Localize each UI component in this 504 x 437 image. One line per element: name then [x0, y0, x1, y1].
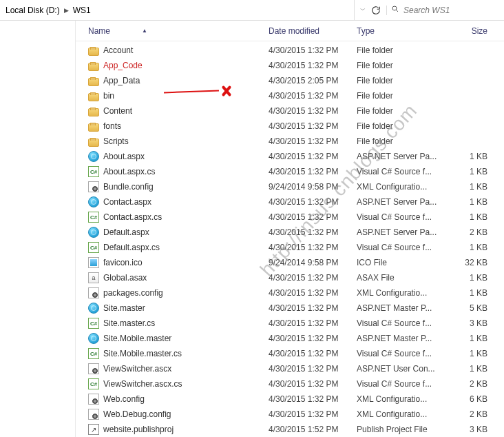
file-row[interactable]: Global.asax4/30/2015 1:32 PMASAX File1 K…: [76, 270, 504, 285]
cell-name: Default.aspx: [88, 227, 269, 238]
file-row[interactable]: favicon.ico9/24/2014 9:58 PMICO File32 K…: [76, 255, 504, 270]
file-row[interactable]: Contact.aspx.cs4/30/2015 1:32 PMVisual C…: [76, 210, 504, 225]
file-row[interactable]: ViewSwitcher.ascx4/30/2015 1:32 PMASP.NE…: [76, 361, 504, 376]
file-name: website.publishproj: [103, 425, 174, 434]
chevron-right-icon: ▶: [61, 7, 72, 14]
cell-type: ASP.NET Master P...: [357, 334, 439, 343]
cell-date: 4/30/2015 1:32 PM: [269, 303, 357, 313]
file-name: fonts: [103, 121, 121, 131]
cell-type: ASAX File: [357, 273, 439, 283]
file-list-pane: Name ▲ Date modified Type Size Account4/…: [76, 21, 504, 437]
main-area: Name ▲ Date modified Type Size Account4/…: [0, 21, 504, 437]
file-row[interactable]: Web.Debug.config4/30/2015 1:32 PMXML Con…: [76, 407, 504, 422]
aspx-globe-icon: [88, 196, 99, 207]
search-box[interactable]: [387, 5, 504, 15]
cell-type: Visual C# Source f...: [357, 318, 439, 328]
cell-date: 4/30/2015 1:52 PM: [269, 425, 357, 434]
cell-date: 4/30/2015 1:32 PM: [269, 167, 357, 176]
column-header-name[interactable]: Name ▲: [88, 26, 269, 36]
cell-name: Web.config: [88, 394, 269, 405]
column-header-date[interactable]: Date modified: [269, 26, 357, 36]
cell-type: Visual C# Source f...: [357, 243, 439, 252]
breadcrumb[interactable]: Local Disk (D:) ▶ WS1: [0, 0, 355, 20]
cell-type: File folder: [357, 76, 439, 85]
publish-icon: [88, 424, 99, 435]
image-ico-icon: [88, 257, 99, 268]
aspx-globe-icon: [88, 303, 99, 314]
cell-size: 1 KB: [439, 243, 501, 252]
folder-icon: [88, 78, 99, 86]
config-gear-icon: [88, 287, 99, 298]
refresh-button[interactable]: [371, 6, 381, 15]
cell-name: Bundle.config: [88, 181, 269, 192]
file-name: ViewSwitcher.ascx: [103, 364, 171, 374]
file-row[interactable]: About.aspx.cs4/30/2015 1:32 PMVisual C# …: [76, 164, 504, 179]
breadcrumb-root[interactable]: Local Disk (D:): [4, 6, 61, 15]
file-row[interactable]: Content4/30/2015 1:32 PMFile folder: [76, 103, 504, 119]
cell-size: 1 KB: [439, 152, 501, 161]
folder-icon: [88, 123, 99, 132]
file-row[interactable]: About.aspx4/30/2015 1:32 PMASP.NET Serve…: [76, 149, 504, 164]
cell-type: XML Configuratio...: [357, 394, 439, 404]
file-name: ViewSwitcher.ascx.cs: [103, 379, 182, 389]
file-row[interactable]: Site.Mobile.master4/30/2015 1:32 PMASP.N…: [76, 331, 504, 346]
file-row[interactable]: Site.master4/30/2015 1:32 PMASP.NET Mast…: [76, 301, 504, 316]
cell-size: 1 KB: [439, 197, 501, 207]
file-row[interactable]: Bundle.config9/24/2014 9:58 PMXML Config…: [76, 179, 504, 194]
address-bar: Local Disk (D:) ▶ WS1 ﹀: [0, 0, 504, 21]
file-row[interactable]: Site.master.cs4/30/2015 1:32 PMVisual C#…: [76, 316, 504, 331]
file-row[interactable]: packages.config4/30/2015 1:32 PMXML Conf…: [76, 285, 504, 301]
file-row[interactable]: fonts4/30/2015 1:32 PMFile folder: [76, 119, 504, 134]
cell-date: 4/30/2015 1:32 PM: [269, 197, 357, 207]
file-row[interactable]: App_Data4/30/2015 2:05 PMFile folder: [76, 73, 504, 88]
cell-type: XML Configuratio...: [357, 182, 439, 192]
cell-type: File folder: [357, 61, 439, 70]
file-row[interactable]: Web.config4/30/2015 1:32 PMXML Configura…: [76, 392, 504, 407]
cell-date: 9/24/2014 9:58 PM: [269, 258, 357, 267]
file-row[interactable]: Scripts4/30/2015 1:32 PMFile folder: [76, 134, 504, 149]
cell-date: 4/30/2015 1:32 PM: [269, 288, 357, 298]
file-row[interactable]: bin4/30/2015 1:32 PMFile folder: [76, 88, 504, 103]
csharp-icon: [88, 378, 99, 389]
config-gear-icon: [88, 394, 99, 405]
cell-name: Default.aspx.cs: [88, 242, 269, 253]
cell-size: 1 KB: [439, 273, 501, 283]
history-dropdown-button[interactable]: ﹀: [360, 6, 366, 14]
file-name: Content: [103, 106, 132, 116]
cell-size: 6 KB: [439, 394, 501, 404]
breadcrumb-current[interactable]: WS1: [72, 6, 92, 15]
file-row[interactable]: App_Code4/30/2015 1:32 PMFile folder: [76, 58, 504, 73]
file-row[interactable]: Site.Mobile.master.cs4/30/2015 1:32 PMVi…: [76, 346, 504, 361]
file-row[interactable]: Account4/30/2015 1:32 PMFile folder: [76, 43, 504, 58]
file-row[interactable]: website.publishproj4/30/2015 1:52 PMPubl…: [76, 422, 504, 437]
search-input[interactable]: [403, 6, 504, 15]
cell-type: File folder: [357, 136, 439, 146]
column-label: Name: [88, 26, 110, 36]
cell-name: App_Code: [88, 61, 269, 71]
cell-name: Site.master: [88, 303, 269, 314]
cell-date: 4/30/2015 1:32 PM: [269, 364, 357, 374]
cell-date: 4/30/2015 1:32 PM: [269, 91, 357, 101]
cell-name: Contact.aspx: [88, 196, 269, 207]
cell-date: 4/30/2015 1:32 PM: [269, 152, 357, 161]
file-name: Web.config: [103, 394, 145, 404]
file-row[interactable]: Default.aspx4/30/2015 1:32 PMASP.NET Ser…: [76, 225, 504, 240]
file-row[interactable]: Default.aspx.cs4/30/2015 1:32 PMVisual C…: [76, 240, 504, 255]
navigation-pane[interactable]: [0, 21, 76, 437]
csharp-icon: [88, 348, 99, 359]
file-row[interactable]: Contact.aspx4/30/2015 1:32 PMASP.NET Ser…: [76, 194, 504, 210]
cell-date: 4/30/2015 1:32 PM: [269, 243, 357, 252]
column-header-type[interactable]: Type: [357, 26, 439, 36]
file-row[interactable]: ViewSwitcher.ascx.cs4/30/2015 1:32 PMVis…: [76, 376, 504, 392]
cell-size: 1 KB: [439, 349, 501, 358]
config-gear-icon: [88, 409, 99, 420]
column-headers: Name ▲ Date modified Type Size: [76, 21, 504, 41]
cell-size: 1 KB: [439, 212, 501, 222]
cell-type: ICO File: [357, 258, 439, 267]
file-name: Site.master: [103, 303, 145, 313]
column-header-size[interactable]: Size: [439, 26, 501, 36]
cell-type: ASP.NET Server Pa...: [357, 197, 439, 207]
cell-name: ViewSwitcher.ascx: [88, 363, 269, 374]
cell-name: fonts: [88, 121, 269, 132]
csharp-icon: [88, 212, 99, 223]
